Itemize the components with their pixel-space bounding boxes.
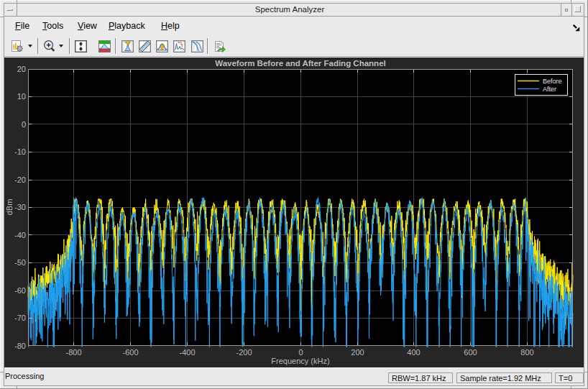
svg-text:-20: -20 <box>14 175 26 184</box>
svg-text:-40: -40 <box>14 231 26 239</box>
svg-text:-200: -200 <box>236 348 252 357</box>
svg-text:0: 0 <box>22 120 26 129</box>
svg-text:20: 20 <box>17 65 26 73</box>
svg-text:Frequency (kHz): Frequency (kHz) <box>271 357 329 365</box>
svg-text:-30: -30 <box>14 203 26 211</box>
svg-text:-600: -600 <box>122 348 138 357</box>
svg-text:800: 800 <box>520 348 533 357</box>
svg-text:-50: -50 <box>14 258 26 267</box>
svg-text:400: 400 <box>407 348 420 357</box>
svg-text:-80: -80 <box>14 342 26 350</box>
svg-text:-70: -70 <box>14 314 26 322</box>
svg-text:-10: -10 <box>14 147 26 156</box>
svg-text:600: 600 <box>464 348 477 357</box>
svg-text:-400: -400 <box>179 348 195 357</box>
svg-text:dBm: dBm <box>5 199 14 216</box>
svg-text:10: 10 <box>17 92 26 101</box>
svg-text:Before: Before <box>543 78 562 85</box>
svg-text:0: 0 <box>298 348 303 357</box>
svg-text:200: 200 <box>351 348 364 357</box>
svg-text:Waveform Before and After Fadi: Waveform Before and After Fading Channel <box>215 59 385 68</box>
svg-text:-60: -60 <box>14 286 26 295</box>
svg-text:After: After <box>543 86 556 93</box>
svg-text:-800: -800 <box>65 348 81 357</box>
